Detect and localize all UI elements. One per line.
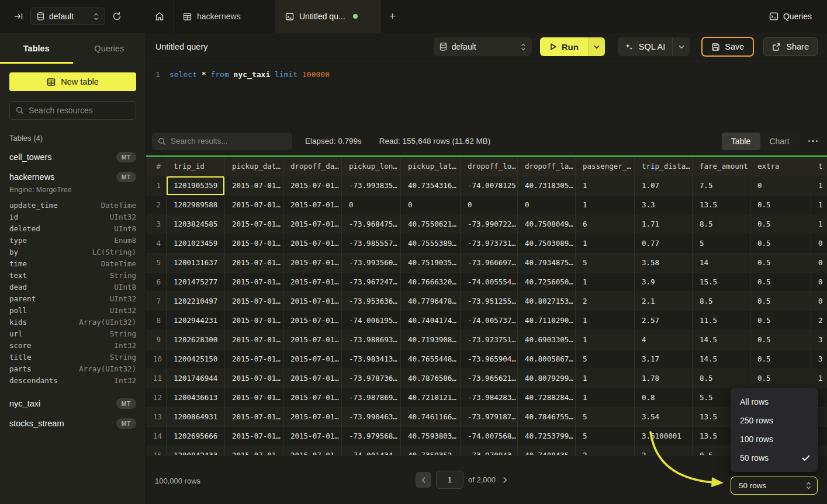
- table-cell[interactable]: 1: [576, 388, 635, 408]
- sql-ai-button[interactable]: SQL AI: [618, 42, 672, 51]
- table-cell[interactable]: 40.7256050…: [518, 273, 576, 292]
- toggle-table[interactable]: Table: [722, 133, 760, 150]
- sidebar-search[interactable]: [9, 101, 136, 120]
- table-cell[interactable]: 0.5: [750, 369, 811, 388]
- table-cell[interactable]: 2015-07-01…: [283, 408, 342, 427]
- table-cell[interactable]: -73.973731…: [461, 234, 518, 253]
- previous-page-button[interactable]: [416, 472, 431, 488]
- table-item-nyc-taxi[interactable]: nyc_taxi MT: [9, 394, 136, 413]
- page-number-input[interactable]: [436, 471, 463, 489]
- table-cell[interactable]: 1.07: [635, 176, 693, 196]
- table-cell[interactable]: 3.58: [635, 253, 693, 273]
- table-cell[interactable]: 1203824585: [167, 215, 225, 234]
- table-cell[interactable]: -74.0078125: [461, 176, 518, 196]
- table-cell[interactable]: 40.7555389…: [401, 234, 461, 253]
- column-header[interactable]: pickup_lat…: [401, 157, 461, 176]
- table-cell[interactable]: -73.966697…: [461, 253, 518, 273]
- table-cell[interactable]: 40.7846755…: [518, 408, 576, 427]
- table-cell[interactable]: 2015-07-01…: [225, 253, 283, 273]
- table-cell[interactable]: 8.5: [693, 369, 750, 388]
- table-cell[interactable]: 2015-07-01…: [225, 292, 283, 311]
- table-cell[interactable]: 1202628300: [167, 331, 225, 350]
- table-cell[interactable]: 0: [342, 196, 401, 215]
- table-cell[interactable]: 40.7934875…: [518, 253, 576, 273]
- table-cell[interactable]: -73.983413…: [342, 350, 401, 369]
- rows-per-page-select[interactable]: 50 rows: [731, 477, 818, 495]
- table-cell[interactable]: 5: [576, 427, 635, 446]
- table-cell[interactable]: 0: [811, 253, 827, 273]
- table-cell[interactable]: -73.987869…: [342, 388, 401, 408]
- table-cell[interactable]: 40.8027153…: [518, 292, 576, 311]
- table-cell[interactable]: 6: [576, 215, 635, 234]
- table-cell[interactable]: 2015-07-01…: [283, 446, 342, 455]
- table-cell[interactable]: 14.5: [693, 350, 750, 369]
- table-cell[interactable]: 2015-07-01…: [283, 253, 342, 273]
- table-cell[interactable]: 1201023459: [167, 234, 225, 253]
- table-cell[interactable]: 2015-07-01…: [283, 388, 342, 408]
- column-header[interactable]: dropoff_da…: [283, 157, 342, 176]
- table-cell[interactable]: -73.970843…: [461, 446, 518, 455]
- column-header[interactable]: pickup_dat…: [225, 157, 283, 176]
- column-header[interactable]: t: [811, 157, 827, 176]
- table-cell[interactable]: 0.5: [750, 196, 811, 215]
- table-cell[interactable]: 1202944231: [167, 311, 225, 331]
- table-cell[interactable]: 2015-07-01…: [283, 331, 342, 350]
- table-cell[interactable]: 40.7354316…: [401, 176, 461, 196]
- table-cell[interactable]: 40.8079299…: [518, 369, 576, 388]
- table-cell[interactable]: 5: [576, 253, 635, 273]
- run-button[interactable]: Run: [540, 37, 588, 56]
- table-cell[interactable]: 1200131637: [167, 253, 225, 273]
- table-cell[interactable]: 7.5: [693, 176, 750, 196]
- table-cell[interactable]: 2015-07-01…: [225, 350, 283, 369]
- table-cell[interactable]: 0: [401, 196, 461, 215]
- column-header[interactable]: trip_id: [167, 157, 225, 176]
- table-cell[interactable]: -73.993560…: [342, 253, 401, 273]
- menu-item-250-rows[interactable]: 250 rows: [731, 411, 818, 430]
- table-cell[interactable]: 2015-07-01…: [225, 196, 283, 215]
- new-tab-button[interactable]: +: [381, 0, 404, 33]
- sidebar-tab-queries[interactable]: Queries: [73, 33, 146, 64]
- table-cell[interactable]: 0: [811, 273, 827, 292]
- table-cell[interactable]: 8.5: [693, 215, 750, 234]
- table-cell[interactable]: 1.71: [635, 215, 693, 234]
- table-cell[interactable]: -73.990463…: [342, 408, 401, 427]
- table-cell[interactable]: -73.965904…: [461, 350, 518, 369]
- table-cell[interactable]: 0.5: [750, 253, 811, 273]
- table-cell[interactable]: 40.7876586…: [401, 369, 461, 388]
- tab-hackernews[interactable]: hackernews: [174, 0, 276, 33]
- table-cell[interactable]: 2015-07-01…: [283, 292, 342, 311]
- table-cell[interactable]: 0.5: [750, 273, 811, 292]
- table-cell[interactable]: 1200864931: [167, 408, 225, 427]
- table-item-hackernews[interactable]: hackernews MT: [9, 167, 136, 187]
- column-header[interactable]: passenger_…: [576, 157, 635, 176]
- table-cell[interactable]: 5: [693, 234, 750, 253]
- table-cell[interactable]: 3: [811, 331, 827, 350]
- table-cell[interactable]: 2015-07-01…: [225, 176, 283, 196]
- table-cell[interactable]: -73.923751…: [461, 331, 518, 350]
- sidebar-tab-tables[interactable]: Tables: [0, 33, 73, 64]
- table-cell[interactable]: -73.953636…: [342, 292, 401, 311]
- table-cell[interactable]: 2015-07-01…: [225, 331, 283, 350]
- table-cell[interactable]: 2015-07-01…: [283, 311, 342, 331]
- table-cell[interactable]: 2015-07-01…: [283, 234, 342, 253]
- table-cell[interactable]: 40.7508049…: [518, 215, 576, 234]
- save-button[interactable]: Save: [701, 37, 754, 57]
- sql-editor[interactable]: 1 select * from nyc_taxi limit 100000: [146, 61, 827, 127]
- table-cell[interactable]: -74.006195…: [342, 311, 401, 331]
- query-database-selector[interactable]: default: [434, 37, 532, 56]
- table-cell[interactable]: 2015-07-01…: [283, 369, 342, 388]
- table-cell[interactable]: 1200436613: [167, 388, 225, 408]
- table-cell[interactable]: 3: [811, 350, 827, 369]
- table-cell[interactable]: -73.979568…: [342, 427, 401, 446]
- table-cell[interactable]: 40.7210121…: [401, 388, 461, 408]
- table-cell[interactable]: 3.9: [635, 273, 693, 292]
- table-cell[interactable]: 2015-07-01…: [225, 427, 283, 446]
- table-cell[interactable]: 1: [576, 273, 635, 292]
- menu-item-50-rows[interactable]: 50 rows: [731, 449, 818, 467]
- table-cell[interactable]: 0: [811, 234, 827, 253]
- sql-ai-options-button[interactable]: [672, 37, 690, 56]
- table-cell[interactable]: 2015-07-01…: [283, 350, 342, 369]
- table-cell[interactable]: 1: [576, 176, 635, 196]
- table-cell[interactable]: 1: [576, 369, 635, 388]
- search-resources-input[interactable]: [29, 106, 130, 115]
